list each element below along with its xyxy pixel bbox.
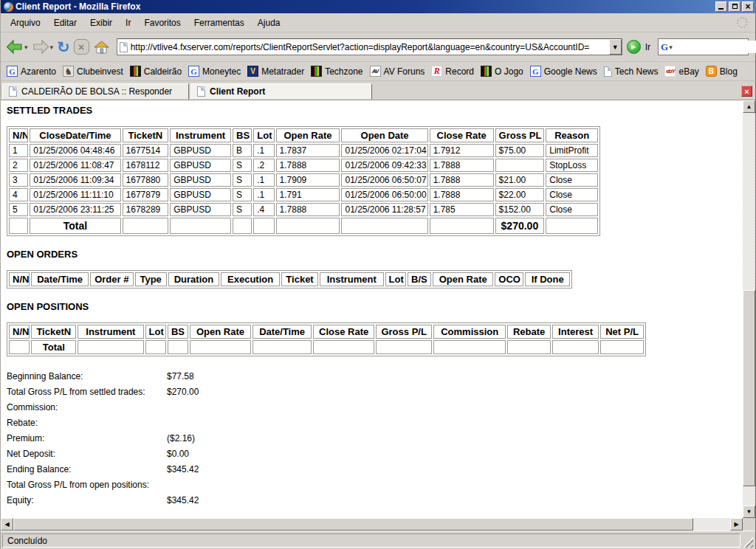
- forward-button[interactable]: ▾: [30, 38, 55, 57]
- bookmark-av-foruns[interactable]: AVAV Foruns: [368, 64, 430, 78]
- col-header: Date/Time: [31, 272, 89, 286]
- scroll-left-button[interactable]: ◀: [1, 518, 13, 531]
- bookmark-google-news[interactable]: GGoogle News: [529, 64, 602, 78]
- bookmarks-toolbar: GAzarento ♞Clubeinvest Caldeirão GMoneyt…: [1, 62, 755, 81]
- reload-button[interactable]: ↻: [55, 38, 72, 56]
- col-header: Close Rate: [313, 325, 374, 339]
- open-orders-table: N/N Date/Time Order # Type Duration Exec…: [7, 270, 572, 289]
- forward-arrow-icon: [32, 39, 49, 55]
- cell: [168, 340, 188, 354]
- col-header: Rebate: [507, 325, 551, 339]
- col-header: Close Rate: [430, 128, 494, 142]
- horizontal-scroll-thumb[interactable]: [13, 518, 693, 531]
- table-row: 301/25/2006 11:09:341677880GBPUSDS.11.79…: [9, 173, 598, 187]
- cell: [78, 340, 143, 354]
- restore-button[interactable]: [729, 1, 740, 12]
- google-logo-icon: G: [661, 41, 668, 53]
- horizontal-scrollbar: ◀ ▶: [1, 518, 755, 531]
- col-header: Execution: [221, 272, 280, 286]
- url-input[interactable]: [131, 41, 609, 53]
- horizontal-scroll-track[interactable]: [693, 518, 730, 531]
- summary-row: Total Gross P/L from settled trades:$270…: [7, 387, 743, 397]
- url-dropdown-button[interactable]: ▼: [609, 39, 622, 55]
- minimize-button[interactable]: [715, 1, 727, 12]
- navigation-toolbar: ▾ ▾ ↻ × ▼ ▶ Ir G ▾: [1, 32, 755, 62]
- cell: 01/25/2006 11:28:57: [341, 203, 427, 216]
- cell: [9, 340, 30, 354]
- tab-label: CALDEIRÃO DE BOLSA :: Responder: [21, 86, 172, 97]
- bookmark-label: Techzone: [325, 66, 362, 77]
- bookmark-tech-news[interactable]: Tech News: [602, 65, 664, 78]
- tab-label: Client Report: [210, 86, 265, 97]
- go-button[interactable]: ▶: [627, 40, 641, 54]
- bookmark-azarento[interactable]: GAzarento: [5, 64, 61, 78]
- bookmark-label: AV Foruns: [384, 66, 425, 77]
- cell: .4: [253, 203, 274, 216]
- back-button[interactable]: ▾: [4, 38, 30, 57]
- open-positions-heading: OPEN POSITIONS: [7, 301, 743, 312]
- menu-favoritos[interactable]: Favoritos: [137, 15, 187, 30]
- forward-dropdown-caret[interactable]: ▾: [50, 44, 54, 51]
- bookmark-caldeirao[interactable]: Caldeirão: [128, 64, 187, 78]
- close-button[interactable]: ×: [742, 1, 754, 12]
- open-orders-heading: OPEN ORDERS: [7, 249, 743, 260]
- summary-row: Rebate:: [7, 418, 743, 428]
- bookmark-techzone[interactable]: Techzone: [309, 64, 368, 78]
- menu-ajuda[interactable]: Ajuda: [251, 15, 287, 30]
- home-button[interactable]: [92, 38, 111, 57]
- scroll-up-button[interactable]: ▲: [743, 100, 755, 113]
- bookmark-record[interactable]: RRecord: [430, 64, 479, 78]
- close-tab-button[interactable]: ×: [741, 86, 752, 97]
- menu-arquivo[interactable]: Arquivo: [4, 15, 47, 30]
- menu-exibir[interactable]: Exibir: [83, 15, 119, 30]
- scroll-right-button[interactable]: ▶: [730, 518, 743, 531]
- search-input[interactable]: [674, 41, 756, 53]
- home-icon: [93, 39, 110, 55]
- status-text: Concluído: [2, 534, 740, 548]
- tab-caldeirao-de-bolsa[interactable]: CALDEIRÃO DE BOLSA :: Responder: [2, 83, 189, 100]
- cell: 1: [9, 144, 28, 157]
- resize-grip[interactable]: [743, 537, 753, 548]
- cell: GBPUSD: [170, 144, 231, 157]
- minimize-icon: [718, 8, 724, 10]
- report-page: SETTLED TRADES N/N CloseDate/Time Ticket…: [1, 100, 743, 518]
- cell: 1.7909: [276, 173, 340, 187]
- back-dropdown-caret[interactable]: ▾: [24, 44, 28, 51]
- cell: 1.7888: [430, 173, 494, 187]
- bookmark-clubeinvest[interactable]: ♞Clubeinvest: [61, 64, 128, 78]
- cell: .1: [253, 173, 274, 187]
- scroll-down-button[interactable]: ▼: [743, 505, 755, 518]
- col-header: Net P/L: [600, 325, 644, 339]
- cell: [376, 340, 432, 354]
- search-engine-caret[interactable]: ▾: [669, 44, 673, 51]
- vertical-scroll-thumb[interactable]: [743, 290, 755, 486]
- bookmark-ebay[interactable]: ebYeBay: [663, 64, 704, 78]
- cell: B: [233, 144, 252, 157]
- menu-editar[interactable]: Editar: [47, 15, 83, 30]
- col-header: TicketN: [123, 128, 169, 142]
- summary-label: Total Gross P/L from open positions:: [7, 480, 167, 490]
- bookmark-metatrader[interactable]: VMetatrader: [246, 64, 309, 78]
- col-header: B/S: [408, 272, 431, 286]
- col-header: If Done: [525, 272, 570, 286]
- bookmark-moneytec[interactable]: GMoneytec: [187, 64, 246, 78]
- stop-button[interactable]: ×: [72, 38, 91, 56]
- cell: GBPUSD: [170, 159, 231, 172]
- cell: [145, 340, 166, 354]
- cell: [430, 218, 494, 234]
- col-header: Instrument: [78, 325, 143, 339]
- cell: LimitProfit: [546, 144, 598, 157]
- bookmark-o-jogo[interactable]: O Jogo: [479, 64, 529, 78]
- col-header: Type: [135, 272, 167, 286]
- go-label: Ir: [645, 42, 650, 52]
- cell: 01/25/2006 11:08:47: [30, 159, 120, 172]
- menu-ir[interactable]: Ir: [119, 15, 137, 30]
- cell: 1.785: [430, 203, 494, 216]
- cell: [600, 340, 644, 354]
- ebay-logo-icon: ebY: [664, 66, 676, 77]
- tab-client-report[interactable]: Client Report: [190, 83, 372, 100]
- bookmark-blog[interactable]: BBlog: [704, 64, 743, 78]
- vertical-scroll-track[interactable]: [743, 113, 755, 505]
- menu-ferramentas[interactable]: Ferramentas: [188, 15, 251, 30]
- stop-icon: ×: [74, 39, 89, 55]
